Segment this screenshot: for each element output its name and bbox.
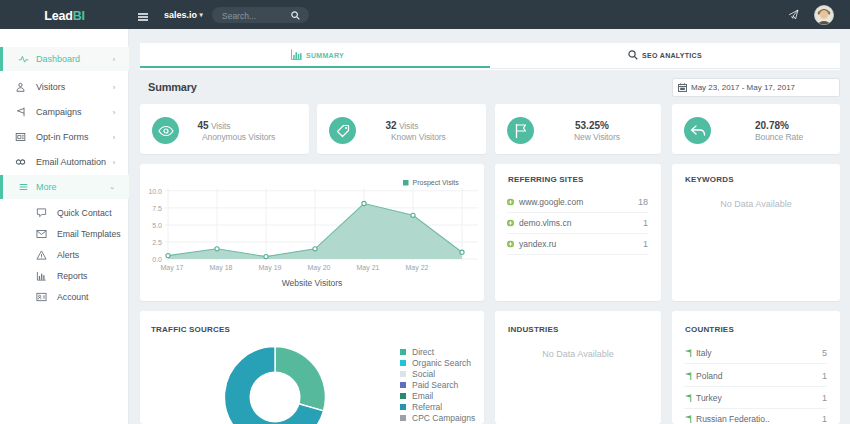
svg-text:2.5: 2.5 — [152, 239, 162, 246]
svg-text:May 18: May 18 — [210, 264, 233, 272]
svg-text:May 21: May 21 — [357, 264, 380, 272]
svg-text:7.5: 7.5 — [152, 205, 162, 212]
svg-text:5.0: 5.0 — [152, 222, 162, 229]
svg-text:10.0: 10.0 — [148, 188, 162, 195]
svg-text:Website Visitors: Website Visitors — [282, 278, 343, 288]
svg-text:May 20: May 20 — [308, 264, 331, 272]
svg-text:0.0: 0.0 — [152, 256, 162, 263]
svg-text:Prospect Visits: Prospect Visits — [413, 179, 460, 187]
svg-text:May 19: May 19 — [259, 264, 282, 272]
svg-text:May 17: May 17 — [161, 264, 184, 272]
svg-text:May 22: May 22 — [406, 264, 429, 272]
